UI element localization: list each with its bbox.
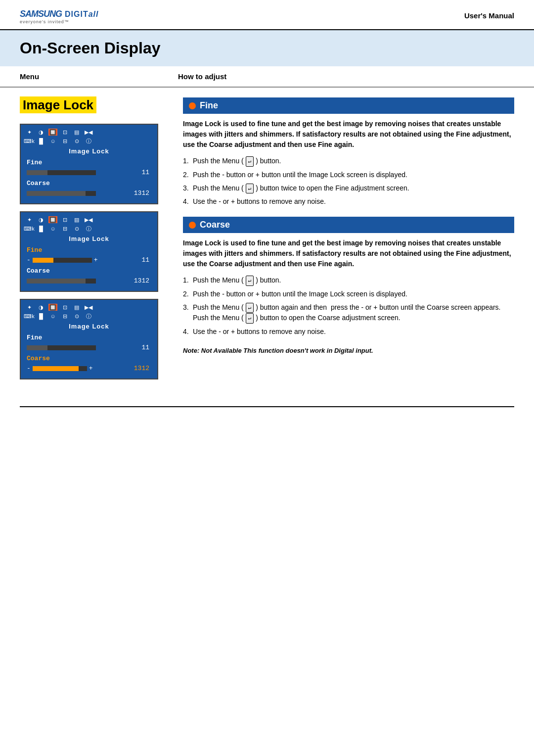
menu-enter-icon-5: ↵: [246, 313, 254, 324]
heart-icon-2: ☺: [48, 225, 57, 232]
osd-fine-bar-row-1: 11: [25, 168, 153, 177]
osd-icons-row-4: ⌨k ▐▌ ☺ ⊟ ⊙ ⓘ: [25, 225, 153, 232]
main-content: Image Lock ✦ ◑ 🔲 ⊡ ▤ ▶◀ ⌨k ▐▌ ☺ ⊟ ⊙ ⓘ Im…: [0, 88, 534, 396]
page-title: On-Screen Display: [20, 39, 514, 57]
coarse-section-header: Coarse: [183, 217, 514, 233]
osd-coarse-label-3: Coarse: [27, 355, 50, 362]
osd-coarse-label-2: Coarse: [27, 267, 61, 275]
fine-step-2: 2. Push the - button or + button until t…: [183, 170, 514, 180]
osd-fine-value-2: 11: [141, 256, 151, 264]
footer-line: [20, 406, 514, 407]
monitor-icon: ⊟: [60, 138, 69, 144]
menu-enter-icon-1: ↵: [246, 156, 254, 167]
osd-fine-bar-row-2: - + 11: [25, 256, 153, 264]
coarse-description: Image Lock is used to fine tune and get …: [183, 238, 514, 269]
osd-coarse-bar-bg-2: [27, 279, 96, 284]
fine-steps: 1. Push the Menu ( ↵ ) button. 2. Push t…: [183, 156, 514, 207]
coarse-section: Coarse Image Lock is used to fine tune a…: [183, 217, 514, 337]
osd-plus-2: +: [94, 256, 98, 264]
imagelock-icon-3: 🔲: [48, 304, 57, 311]
brightness-icon-3: ✦: [25, 304, 34, 311]
osd-icons-row-3: ✦ ◑ 🔲 ⊡ ▤ ▶◀: [25, 216, 153, 223]
fine-section: Fine Image Lock is used to fine tune and…: [183, 97, 514, 207]
coarse-step-3: 3. Push the Menu ( ↵ ) button again and …: [183, 302, 514, 324]
arrow-icon-2: ▶◀: [84, 216, 93, 223]
lang-icon: ⌨k: [25, 138, 34, 144]
position-icon-2: ⊡: [60, 216, 69, 223]
lang-icon-2: ⌨k: [25, 225, 34, 232]
osd-coarse-label-row-2: Coarse: [25, 266, 153, 276]
osd-coarse-bar-bg-3: [33, 366, 87, 371]
coarse-step-2: 2. Push the - button or + button until t…: [183, 289, 514, 299]
position-icon: ⊡: [60, 129, 69, 136]
info-icon-3: ⓘ: [84, 313, 93, 320]
contrast-icon-3: ◑: [37, 304, 45, 311]
osd-title-3: Image Lock: [25, 322, 153, 331]
coarse-title: Coarse: [200, 220, 230, 230]
osd-coarse-label-row-3: Coarse: [25, 354, 153, 363]
osd-fine-label-row-1: Fine: [25, 158, 153, 167]
osd-fine-label-row-2: Fine: [25, 245, 153, 255]
contrast-icon: ◑: [37, 129, 45, 136]
header: SAMSUNG DIGITall everyone's invited™ Use…: [0, 0, 534, 30]
osd-coarse-bar-row-3: - + 1312: [25, 364, 153, 373]
brightness-icon-2: ✦: [25, 216, 34, 223]
position-icon-3: ⊡: [60, 304, 69, 311]
arrow-icon-3: ▶◀: [84, 304, 93, 311]
col-menu-label: Menu: [20, 72, 178, 81]
menu-icon: ▤: [72, 129, 81, 136]
samsung-logo: SAMSUNG DIGITall: [20, 9, 464, 19]
fine-title: Fine: [200, 100, 218, 111]
left-column: Image Lock ✦ ◑ 🔲 ⊡ ▤ ▶◀ ⌨k ▐▌ ☺ ⊟ ⊙ ⓘ Im…: [20, 97, 168, 386]
osd-coarse-bar-fill-3: [33, 366, 79, 371]
info-icon-2: ⓘ: [84, 225, 93, 232]
osd-coarse-label-row-1: Coarse: [25, 179, 153, 188]
imagelock-icon: 🔲: [48, 129, 57, 136]
osd-fine-bar-bg-3: [27, 345, 96, 350]
osd-minus-3: -: [27, 365, 31, 372]
osd-coarse-bar-fill-1: [27, 191, 86, 196]
osd-fine-bar-fill-2: [33, 258, 53, 263]
osd-coarse-value-1: 1312: [134, 189, 151, 197]
heart-icon: ☺: [48, 138, 57, 144]
clock-icon: ⊙: [72, 138, 81, 144]
osd-screen-3: ✦ ◑ 🔲 ⊡ ▤ ▶◀ ⌨k ▐▌ ☺ ⊟ ⊙ ⓘ Image Lock Fi…: [20, 299, 158, 379]
osd-title-1: Image Lock: [25, 146, 153, 156]
menu-enter-icon-3: ↵: [246, 276, 254, 286]
logo-area: SAMSUNG DIGITall everyone's invited™: [20, 9, 464, 24]
osd-fine-bar-row-3: 11: [25, 343, 153, 352]
osd-coarse-bar-row-1: 1312: [25, 189, 153, 197]
section-title: Image Lock: [20, 97, 168, 113]
menu-enter-icon-4: ↵: [246, 303, 254, 313]
fine-description: Image Lock is used to fine tune and get …: [183, 119, 514, 150]
fine-dot: [189, 102, 196, 109]
osd-icons-row-6: ⌨k ▐▌ ☺ ⊟ ⊙ ⓘ: [25, 313, 153, 320]
osd-fine-label-1: Fine: [27, 159, 61, 166]
fine-section-header: Fine: [183, 97, 514, 114]
heart-icon-3: ☺: [48, 313, 57, 320]
osd-coarse-value-2: 1312: [134, 277, 151, 284]
osd-coarse-bar-row-2: 1312: [25, 277, 153, 285]
page-title-bar: On-Screen Display: [0, 30, 534, 66]
note-text: Note: Not Available This function doesn'…: [183, 347, 514, 354]
osd-fine-value-3: 11: [141, 344, 151, 351]
info-icon: ⓘ: [84, 138, 93, 144]
osd-screen-1: ✦ ◑ 🔲 ⊡ ▤ ▶◀ ⌨k ▐▌ ☺ ⊟ ⊙ ⓘ Image Lock Fi…: [20, 124, 158, 204]
lang-icon-3: ⌨k: [25, 313, 34, 320]
osd-fine-bar-bg-1: [27, 170, 96, 175]
osd-plus-3: +: [89, 365, 93, 372]
osd-title-2: Image Lock: [25, 234, 153, 243]
brightness-icon: ✦: [25, 129, 34, 136]
osd-fine-bar-fill-1: [27, 170, 47, 175]
monitor-icon-2: ⊟: [60, 225, 69, 232]
menu-icon-2: ▤: [72, 216, 81, 223]
osd-coarse-bar-bg-1: [27, 191, 96, 196]
coarse-step-4: 4. Use the - or + buttons to remove any …: [183, 327, 514, 337]
manual-title: User's Manual: [464, 9, 514, 20]
monitor-icon-3: ⊟: [60, 313, 69, 320]
osd-fine-label-2: Fine: [27, 246, 61, 254]
osd-fine-bar-bg-2: [33, 258, 92, 263]
col-how-label: How to adjust: [178, 72, 514, 81]
osd-coarse-value-3: 1312: [134, 365, 151, 372]
fine-step-3: 3. Push the Menu ( ↵ ) button twice to o…: [183, 183, 514, 194]
